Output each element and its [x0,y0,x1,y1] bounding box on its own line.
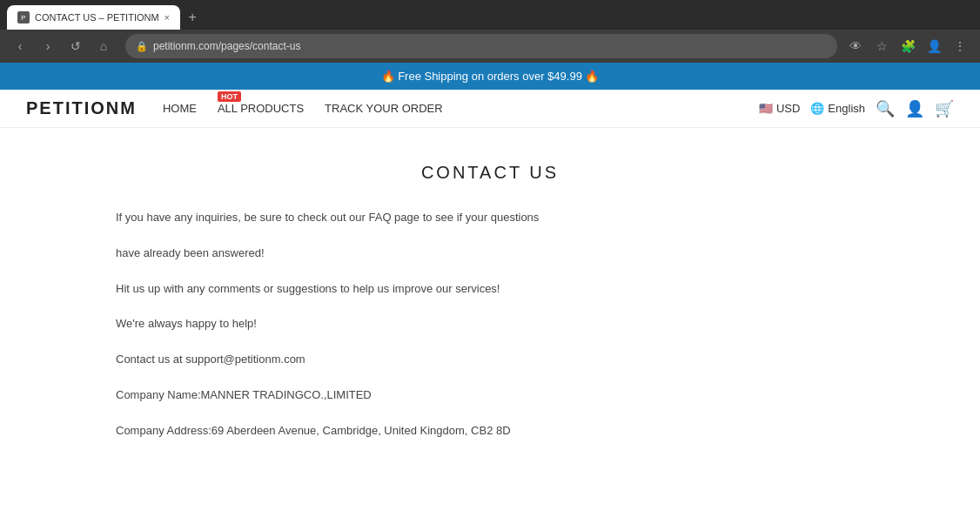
main-content: CONTACT US If you have any inquiries, be… [98,128,882,493]
paragraph-2: have already been answered! [116,245,864,263]
flag-icon: 🇺🇸 [759,102,773,115]
site-logo[interactable]: PETITIONM [26,98,137,118]
tab-title: CONTACT US – PETITIONM [35,12,159,23]
window-controls: ‹ › ↺ ⌂ [9,35,115,57]
hot-label: HOT [218,91,241,102]
forward-button[interactable]: › [37,35,59,57]
currency-label: USD [776,102,800,115]
site-nav: HOME HOT ALL PRODUCTS TRACK YOUR ORDER [163,102,733,115]
paragraph-6: Company Name:MANNER TRADINGCO.,LIMITED [116,386,864,405]
cart-icon[interactable]: 🛒 [935,99,954,118]
bookmark-icon[interactable]: ☆ [870,35,893,57]
promo-text: 🔥 Free Shipping on orders over $49.99 🔥 [381,70,600,83]
tab-close-button[interactable]: × [164,12,170,23]
promo-banner: 🔥 Free Shipping on orders over $49.99 🔥 [0,63,980,90]
profile-icon[interactable]: 👤 [923,35,945,57]
tab-bar: P CONTACT US – PETITIONM × + [0,0,980,30]
search-icon[interactable]: 🔍 [876,99,895,118]
paragraph-5: Contact us at support@petitionm.com [116,351,864,369]
paragraph-4: We're always happy to help! [116,315,864,333]
site-wrapper: 🔥 Free Shipping on orders over $49.99 🔥 … [0,63,980,493]
nav-all-products[interactable]: HOT ALL PRODUCTS [218,102,304,115]
lock-icon: 🔒 [136,41,148,52]
account-icon[interactable]: 👤 [905,99,924,118]
header-right: 🇺🇸 USD 🌐 English 🔍 👤 🛒 [759,99,954,118]
paragraph-1: If you have any inquiries, be sure to ch… [116,209,864,227]
refresh-button[interactable]: ↺ [64,35,87,57]
tab-favicon: P [17,11,30,24]
active-tab[interactable]: P CONTACT US – PETITIONM × [7,5,180,30]
page-title: CONTACT US [116,163,864,183]
paragraph-3: Hit us up with any comments or suggestio… [116,280,864,299]
url-text: petitionm.com/pages/contact-us [153,40,300,52]
currency-selector[interactable]: 🇺🇸 USD [759,102,800,115]
browser-icons: 👁 ☆ 🧩 👤 ⋮ [844,35,971,57]
extension-icon[interactable]: 🧩 [896,35,919,57]
eye-slash-icon[interactable]: 👁 [844,35,867,57]
browser-chrome: P CONTACT US – PETITIONM × + ‹ › ↺ ⌂ 🔒 p… [0,0,980,63]
new-tab-button[interactable]: + [180,5,205,30]
paragraph-7: Company Address:69 Aberdeen Avenue, Camb… [116,422,864,440]
language-selector[interactable]: 🌐 English [810,102,865,115]
language-label: English [828,102,865,115]
site-header: PETITIONM HOME HOT ALL PRODUCTS TRACK YO… [0,90,980,128]
back-button[interactable]: ‹ [9,35,31,57]
nav-track-order[interactable]: TRACK YOUR ORDER [325,102,443,115]
menu-icon[interactable]: ⋮ [949,35,971,57]
globe-icon: 🌐 [810,102,824,115]
home-button[interactable]: ⌂ [92,35,115,57]
address-bar[interactable]: 🔒 petitionm.com/pages/contact-us [125,34,837,58]
nav-home[interactable]: HOME [163,102,197,115]
browser-controls: ‹ › ↺ ⌂ 🔒 petitionm.com/pages/contact-us… [0,30,980,63]
